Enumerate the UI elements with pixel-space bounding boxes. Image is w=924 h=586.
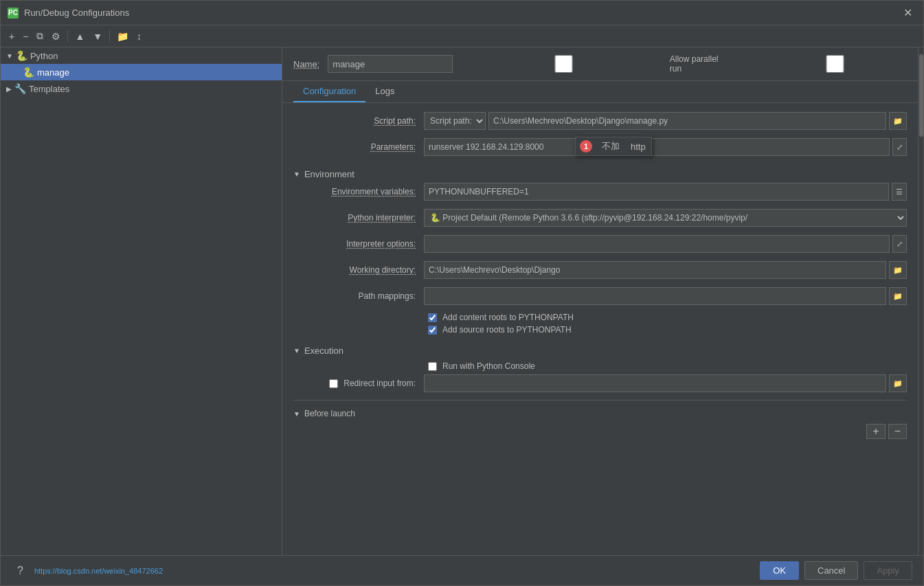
path-mappings-wrap: 📁 [424, 287, 907, 305]
environment-arrow: ▼ [293, 170, 300, 178]
add-source-roots-row: Add source roots to PYTHONPATH [304, 325, 907, 335]
tooltip-popup: 1 不加 http [575, 137, 652, 156]
python-interpreter-select[interactable]: 🐍 Project Default (Remote Python 3.6.6 (… [424, 209, 907, 227]
add-config-button[interactable]: + [6, 30, 17, 43]
add-source-roots-checkbox[interactable] [428, 326, 437, 335]
help-button[interactable]: ? [12, 562, 29, 580]
before-launch-arrow: ▼ [293, 410, 300, 418]
script-path-wrap: Script path: Module name: 📁 [424, 112, 907, 130]
move-up-button[interactable]: ▲ [72, 30, 87, 43]
python-interpreter-label: Python interpreter: [293, 213, 424, 223]
tab-configuration[interactable]: Configuration [293, 81, 365, 102]
execution-section-header[interactable]: ▼ Execution [293, 340, 907, 359]
manage-item[interactable]: 🐍 manage [1, 64, 282, 80]
templates-item[interactable]: ▶ 🔧 Templates [1, 80, 282, 97]
interpreter-options-wrap: ⤢ [424, 235, 907, 253]
copy-config-button[interactable]: ⧉ [34, 29, 46, 43]
parameters-expand-button[interactable]: ⤢ [892, 138, 907, 156]
redirect-input-checkbox[interactable] [329, 379, 338, 388]
before-launch-add-button[interactable]: + [866, 424, 885, 439]
bottom-bar: ? https://blog.csdn.net/weixin_48472662 … [1, 555, 923, 585]
before-launch-section: ▼ Before launch + − [293, 400, 907, 447]
env-variables-input[interactable] [424, 183, 889, 201]
apply-button[interactable]: Apply [864, 561, 912, 580]
python-group[interactable]: ▼ 🐍 Python [1, 47, 282, 64]
allow-parallel-checkbox[interactable] [461, 55, 666, 73]
script-path-row: Script path: Script path: Module name: 📁 [293, 111, 907, 131]
run-debug-dialog: PC Run/Debug Configurations ✕ + − ⧉ ⚙ ▲ … [0, 0, 924, 586]
interpreter-options-expand-button[interactable]: ⤢ [892, 235, 907, 253]
parameters-wrap: 1 不加 http ⤢ [424, 138, 907, 156]
script-path-browse-button[interactable]: 📁 [889, 112, 907, 130]
tooltip-badge: 1 [580, 140, 592, 153]
move-down-button[interactable]: ▼ [90, 30, 105, 43]
footer-link[interactable]: https://blog.csdn.net/weixin_48472662 [34, 567, 754, 575]
templates-icon: 🔧 [14, 83, 26, 94]
python-icon: 🐍 [16, 50, 27, 61]
cancel-button[interactable]: Cancel [804, 561, 858, 580]
env-variables-label: Environment variables: [293, 187, 424, 196]
parameters-input[interactable] [424, 138, 890, 156]
path-mappings-browse-button[interactable]: 📁 [889, 287, 907, 305]
run-with-console-checkbox[interactable] [428, 362, 437, 371]
config-form: Script path: Script path: Module name: 📁… [282, 103, 918, 555]
redirect-input-browse-button[interactable]: 📁 [889, 374, 907, 392]
left-panel: ▼ 🐍 Python 🐍 manage ▶ 🔧 Templates [1, 47, 282, 555]
add-content-roots-row: Add content roots to PYTHONPATH [304, 313, 907, 322]
toolbar: + − ⧉ ⚙ ▲ ▼ 📁 ↕ [1, 25, 923, 47]
env-variables-wrap: ☰ [424, 183, 907, 201]
environment-label: Environment [304, 169, 354, 179]
python-interpreter-wrap: 🐍 Project Default (Remote Python 3.6.6 (… [424, 209, 907, 227]
templates-label: Templates [29, 84, 69, 94]
add-content-roots-checkbox[interactable] [428, 313, 437, 322]
toolbar-separator-2 [109, 30, 110, 43]
interpreter-options-input[interactable] [424, 235, 890, 253]
sort-button[interactable]: ↕ [134, 30, 144, 43]
store-project-checkbox[interactable] [736, 55, 918, 73]
before-launch-remove-button[interactable]: − [888, 424, 907, 439]
tab-logs[interactable]: Logs [365, 81, 404, 102]
path-mappings-input[interactable] [424, 287, 886, 305]
script-path-dropdown[interactable]: Script path: Module name: [424, 112, 486, 130]
path-mappings-label: Path mappings: [293, 291, 424, 301]
allow-parallel-label[interactable]: Allow parallel run [670, 54, 725, 74]
working-dir-row: Working directory: 📁 [293, 260, 907, 280]
parameters-label: Parameters: [293, 142, 424, 152]
script-path-input[interactable] [488, 112, 886, 130]
tooltip-text1: 不加 [596, 137, 625, 155]
before-launch-header[interactable]: ▼ Before launch [293, 406, 907, 421]
parameters-row: Parameters: 1 不加 http ⤢ [293, 137, 907, 157]
manage-label: manage [37, 67, 69, 78]
store-project-wrap: Store as project file [736, 54, 918, 74]
run-with-console-label[interactable]: Run with Python Console [442, 361, 535, 371]
allow-parallel-wrap: Allow parallel run [461, 54, 725, 74]
tooltip-text2: http [625, 139, 651, 155]
add-content-roots-label[interactable]: Add content roots to PYTHONPATH [442, 313, 574, 322]
environment-section-header[interactable]: ▼ Environment [293, 164, 907, 182]
working-dir-input[interactable] [424, 261, 886, 279]
working-dir-label: Working directory: [293, 265, 424, 275]
interpreter-options-label: Interpreter options: [293, 239, 424, 249]
dialog-title: Run/Debug Configurations [24, 8, 899, 18]
python-label: Python [30, 51, 58, 61]
script-path-label: Script path: [293, 116, 424, 126]
redirect-input-text[interactable]: Redirect input from: [343, 379, 416, 388]
working-dir-browse-button[interactable]: 📁 [889, 261, 907, 279]
folder-button[interactable]: 📁 [114, 30, 131, 43]
close-button[interactable]: ✕ [899, 5, 916, 21]
redirect-input-field[interactable] [424, 374, 886, 392]
settings-button[interactable]: ⚙ [49, 30, 63, 43]
name-label: Name: [293, 59, 319, 69]
run-with-console-row: Run with Python Console [304, 361, 907, 371]
name-input[interactable] [328, 55, 453, 73]
python-arrow: ▼ [6, 52, 13, 60]
app-icon: PC [8, 8, 19, 19]
main-content: ▼ 🐍 Python 🐍 manage ▶ 🔧 Templates Name: [1, 47, 923, 555]
env-variables-browse-button[interactable]: ☰ [892, 183, 907, 201]
remove-config-button[interactable]: − [20, 30, 31, 43]
tabs: Configuration Logs [282, 81, 918, 103]
add-source-roots-label[interactable]: Add source roots to PYTHONPATH [442, 325, 572, 335]
right-panel-scrollbar[interactable] [918, 47, 923, 555]
ok-button[interactable]: OK [760, 561, 799, 580]
execution-label: Execution [304, 346, 343, 356]
